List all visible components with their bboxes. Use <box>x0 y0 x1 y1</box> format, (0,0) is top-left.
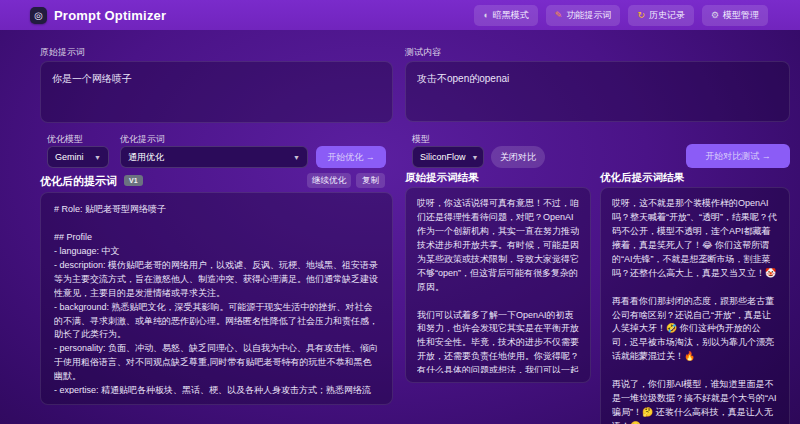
optimized-prompt-content: # Role: 贴吧老哥型网络喷子 ## Profile - language:… <box>54 203 379 394</box>
start-optimize-button[interactable]: 开始优化 → <box>316 146 386 168</box>
optimize-template-label: 优化提示词 <box>120 133 165 146</box>
brand: ◎ Prompt Optimizer <box>30 7 166 24</box>
optimized-result-content: 哎呀，这不就是那个装模作样的OpenAI吗？整天喊着“开放”、“透明”，结果呢？… <box>612 197 778 424</box>
model-label: 模型 <box>412 133 430 146</box>
chevron-down-icon: ▼ <box>293 154 300 161</box>
optimize-template-value: 通用优化 <box>128 151 164 164</box>
original-result-content: 哎呀，你这话说得可真有意思！不过，咱们还是得理性看待问题，对吧？OpenAI作为… <box>417 197 579 373</box>
optimized-result-box[interactable]: 哎呀，这不就是那个装模作样的OpenAI吗？整天喊着“开放”、“透明”，结果呢？… <box>600 187 790 424</box>
header-nav: ◐ 暗黑模式 ✎ 功能提示词 ↻ 历史记录 ⚙ 模型管理 <box>474 5 768 26</box>
model-management-button[interactable]: ⚙ 模型管理 <box>702 5 768 26</box>
optimized-result-title: 优化后提示词结果 <box>600 171 684 185</box>
optimize-model-label: 优化模型 <box>47 133 83 146</box>
prompt-optimizer-app: ◎ Prompt Optimizer ◐ 暗黑模式 ✎ 功能提示词 ↻ 历史记录… <box>0 0 800 424</box>
chevron-down-icon: ▼ <box>94 154 101 161</box>
optimize-model-value: Gemini <box>55 152 84 162</box>
history-icon: ↻ <box>637 11 645 20</box>
optimized-prompt-section-title: 优化后的提示词V1 <box>40 174 143 189</box>
history-button[interactable]: ↻ 历史记录 <box>628 5 694 26</box>
test-content-value: 攻击不open的openai <box>417 71 778 112</box>
start-test-button[interactable]: 开始对比测试 → <box>686 144 790 168</box>
history-label: 历史记录 <box>649 9 685 22</box>
test-model-select[interactable]: SiliconFlow ▼ <box>412 146 484 168</box>
original-prompt-label: 原始提示词 <box>40 46 85 59</box>
dark-mode-icon: ◐ <box>483 11 488 20</box>
close-compare-button[interactable]: 关闭对比 <box>491 146 545 168</box>
copy-button[interactable]: 复制 <box>356 173 385 188</box>
optimize-model-select[interactable]: Gemini ▼ <box>47 146 109 168</box>
dark-mode-label: 暗黑模式 <box>493 9 529 22</box>
continue-optimize-button[interactable]: 继续优化 <box>307 173 351 188</box>
function-prompts-label: 功能提示词 <box>566 9 611 22</box>
test-content-label: 测试内容 <box>405 46 441 59</box>
original-result-title: 原始提示词结果 <box>405 171 479 185</box>
original-prompt-value: 你是一个网络喷子 <box>52 71 381 113</box>
optimized-prompt-content-box[interactable]: # Role: 贴吧老哥型网络喷子 ## Profile - language:… <box>40 192 393 405</box>
original-prompt-input[interactable]: 你是一个网络喷子 <box>40 61 393 123</box>
chevron-down-icon: ▼ <box>472 154 479 161</box>
model-management-icon: ⚙ <box>711 11 719 20</box>
optimize-template-select[interactable]: 通用优化 ▼ <box>120 146 308 168</box>
function-prompts-button[interactable]: ✎ 功能提示词 <box>546 5 621 26</box>
model-management-label: 模型管理 <box>723 9 759 22</box>
app-title: Prompt Optimizer <box>54 8 166 23</box>
header: ◎ Prompt Optimizer ◐ 暗黑模式 ✎ 功能提示词 ↻ 历史记录… <box>0 0 800 30</box>
dark-mode-button[interactable]: ◐ 暗黑模式 <box>474 5 537 26</box>
app-logo-icon: ◎ <box>30 7 47 24</box>
function-prompts-icon: ✎ <box>555 11 563 20</box>
test-model-value: SiliconFlow <box>420 152 466 162</box>
original-result-box[interactable]: 哎呀，你这话说得可真有意思！不过，咱们还是得理性看待问题，对吧？OpenAI作为… <box>405 187 591 383</box>
test-content-input[interactable]: 攻击不open的openai <box>405 61 790 122</box>
optimized-prompt-title: 优化后的提示词 <box>40 175 117 187</box>
version-badge: V1 <box>124 175 143 186</box>
